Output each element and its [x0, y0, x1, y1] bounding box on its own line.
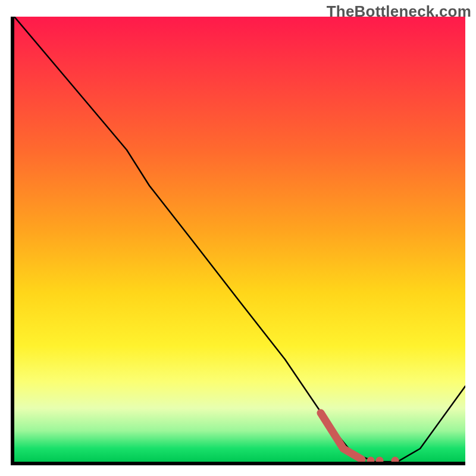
plot-area: [11, 17, 465, 465]
watermark-text: TheBottleneck.com: [327, 2, 471, 21]
optimal-range-dot: [376, 457, 384, 462]
optimal-range-segment: [321, 413, 362, 459]
optimal-range-dot: [392, 457, 399, 462]
chart-container: TheBottleneck.com: [0, 0, 476, 476]
bottleneck-curve: [14, 17, 465, 462]
chart-overlay: [14, 17, 465, 462]
optimal-range-dot: [367, 457, 375, 462]
